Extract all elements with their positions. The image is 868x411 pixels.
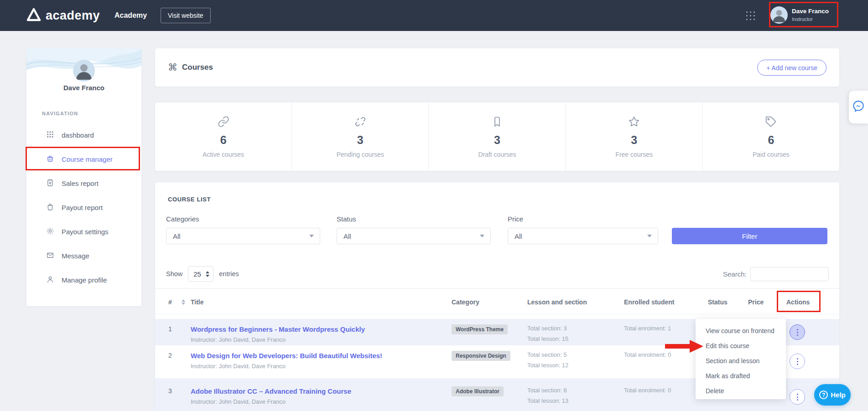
col-enrolled-student[interactable]: Enrolled student <box>624 289 674 315</box>
apps-grid-icon[interactable] <box>746 11 755 21</box>
course-list-title: COURSE LIST <box>168 196 211 203</box>
page-title: ⌘ Courses <box>168 48 213 87</box>
col-category[interactable]: Category <box>452 289 479 315</box>
lesson-section-cell: Total section: 3 Total lesson: 15 <box>527 325 568 342</box>
stat-value: 3 <box>494 134 500 147</box>
sidebar-item-message[interactable]: Message <box>26 244 141 268</box>
messenger-tab[interactable] <box>849 91 868 123</box>
basket-icon <box>46 154 54 164</box>
row-actions-button[interactable] <box>790 389 805 405</box>
lesson-section-cell: Total section: 6 Total lesson: 13 <box>527 387 568 404</box>
menu-item-view-course[interactable]: View course on frontend <box>696 323 786 338</box>
total-section: Total section: 3 <box>527 325 568 331</box>
category-badge: Adobe Illustrator <box>452 386 504 396</box>
col-status[interactable]: Status <box>708 289 728 315</box>
sidebar-item-payout-report[interactable]: Payout report <box>26 195 141 220</box>
col-index[interactable]: # <box>168 289 172 315</box>
menu-item-mark-drafted[interactable]: Mark as drafted <box>696 368 786 383</box>
gear-icon <box>46 227 54 236</box>
row-index: 3 <box>168 387 172 395</box>
sidebar-item-manage-profile[interactable]: Manage profile <box>26 268 141 292</box>
stat-pending-courses[interactable]: 3 Pending courses <box>291 103 428 171</box>
categories-select-value: All <box>173 232 181 240</box>
stat-active-courses[interactable]: 6 Active courses <box>155 103 291 171</box>
price-select[interactable]: All <box>508 228 658 244</box>
enrolment-cell: Total enrolment: 0 <box>624 387 671 393</box>
price-select-value: All <box>515 232 522 240</box>
search-input[interactable] <box>750 267 829 281</box>
sidebar-item-payout-settings[interactable]: Payout settings <box>26 220 141 244</box>
stat-free-courses[interactable]: 3 Free courses <box>566 103 702 171</box>
col-price[interactable]: Price <box>748 289 764 315</box>
topbar-user-menu[interactable]: Dave Franco Instructor <box>770 3 837 27</box>
broken-link-icon <box>354 116 366 129</box>
user-name: Dave Franco <box>792 7 829 15</box>
category-cell: Adobe Illustrator <box>452 386 504 396</box>
categories-filter-label: Categories <box>166 215 199 223</box>
course-title-link[interactable]: Wordpress for Beginners - Master Wordpre… <box>191 325 365 333</box>
star-icon <box>628 116 640 129</box>
filter-button[interactable]: Filter <box>672 228 827 244</box>
row-actions-button[interactable] <box>790 324 805 340</box>
status-filter-label: Status <box>337 215 356 223</box>
status-select[interactable]: All <box>337 228 491 244</box>
menu-item-edit-course[interactable]: Edit this course <box>696 338 786 353</box>
show-label: Show <box>166 270 182 277</box>
envelope-icon <box>46 251 54 261</box>
sidebar-avatar <box>73 60 95 82</box>
grid-dots-icon <box>46 130 54 140</box>
course-title-link[interactable]: Adobe Illustrator CC – Advanced Training… <box>191 387 351 395</box>
total-lesson: Total lesson: 15 <box>527 336 568 342</box>
stat-value: 6 <box>220 134 227 147</box>
sort-icon[interactable] <box>182 289 185 315</box>
sidebar-item-course-manager[interactable]: Course manager <box>26 147 141 171</box>
total-lesson: Total lesson: 13 <box>527 398 568 404</box>
clipboard-icon <box>46 179 54 188</box>
sidebar: Dave Franco NAVIGATION dashboard Course … <box>26 48 141 306</box>
sidebar-item-dashboard[interactable]: dashboard <box>26 123 141 147</box>
col-lesson-section[interactable]: Lesson and section <box>527 289 587 315</box>
course-title-link[interactable]: Web Design for Web Developers: Build Bea… <box>191 352 382 360</box>
user-avatar <box>770 6 788 24</box>
app-name: Academy <box>114 0 147 31</box>
menu-item-delete[interactable]: Delete <box>696 383 786 398</box>
sidebar-item-label: Message <box>62 252 89 260</box>
stat-label: Pending courses <box>337 151 384 158</box>
stat-label: Draft courses <box>478 151 516 158</box>
brand-logo[interactable]: academy <box>26 0 100 31</box>
page-size-select[interactable]: 25 <box>188 266 213 282</box>
sidebar-item-label: Manage profile <box>62 276 107 284</box>
add-new-course-button[interactable]: + Add new course <box>757 60 826 76</box>
chevron-down-icon <box>309 235 314 237</box>
triangle-a-logo-icon <box>26 8 41 23</box>
sidebar-item-sales-report[interactable]: Sales report <box>26 171 141 195</box>
price-filter-label: Price <box>508 215 523 223</box>
menu-item-section-lesson[interactable]: Section and lesson <box>696 353 786 368</box>
logo-text: academy <box>46 9 100 23</box>
entries-label: entries <box>219 270 239 277</box>
course-instructor: Instructor: John David, Dave Franco <box>191 336 365 343</box>
help-button[interactable]: ? Help <box>814 384 851 406</box>
stat-value: 3 <box>357 134 364 147</box>
sidebar-profile-name: Dave Franco <box>26 84 141 92</box>
enrolment-cell: Total enrolment: 1 <box>624 325 671 331</box>
topbar: academy Academy Visit website Dave Franc… <box>0 0 868 31</box>
categories-select[interactable]: All <box>166 228 320 244</box>
col-actions[interactable]: Actions <box>786 289 810 315</box>
course-instructor: Instructor: John David, Dave Franco <box>191 398 351 405</box>
col-title[interactable]: Title <box>191 289 204 315</box>
stat-label: Free courses <box>615 151 653 158</box>
search-label: Search: <box>723 270 747 278</box>
stat-draft-courses[interactable]: 3 Draft courses <box>428 103 565 171</box>
bag-icon <box>46 203 54 212</box>
show-entries-control: Show 25 entries <box>166 266 239 282</box>
lesson-section-cell: Total section: 5 Total lesson: 12 <box>527 352 568 368</box>
stat-paid-courses[interactable]: 6 Paid courses <box>702 103 839 171</box>
row-index: 1 <box>168 325 172 333</box>
total-section: Total section: 6 <box>527 387 568 393</box>
visit-website-button[interactable]: Visit website <box>161 8 211 23</box>
sidebar-item-label: Payout settings <box>62 228 109 236</box>
row-actions-button[interactable] <box>790 354 805 369</box>
person-icon <box>46 275 54 285</box>
question-icon: ? <box>819 390 828 399</box>
